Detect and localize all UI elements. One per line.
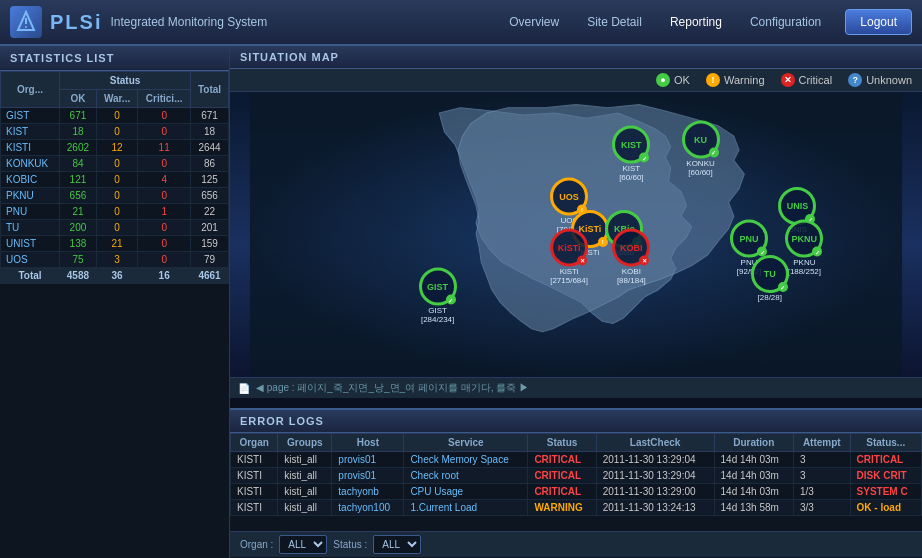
logs-header: ERROR LOGS [230, 410, 922, 433]
statistics-body: GIST 671 0 0 671 KIST 18 0 0 18 KISTI 26… [1, 108, 229, 284]
log-host[interactable]: tachyonb [332, 484, 404, 500]
crit-cell: 0 [138, 236, 191, 252]
table-row[interactable]: TU 200 0 0 201 [1, 220, 229, 236]
org-cell[interactable]: PKNU [1, 188, 60, 204]
table-row[interactable]: KISTI 2602 12 11 2644 [1, 140, 229, 156]
nav-overview[interactable]: Overview [497, 11, 571, 33]
crit-cell: 4 [138, 172, 191, 188]
log-organ: KISTI [231, 452, 278, 468]
col-status-group: Status [60, 72, 191, 90]
warn-cell: 21 [96, 236, 137, 252]
log-status: CRITICAL [528, 484, 596, 500]
warn-cell: 12 [96, 140, 137, 156]
log-lastcheck: 2011-11-30 13:29:04 [596, 468, 714, 484]
map-node-kist[interactable]: KIST ✓ KIST[60/60] [613, 127, 649, 182]
org-cell[interactable]: GIST [1, 108, 60, 124]
org-cell[interactable]: UOS [1, 252, 60, 268]
situation-map: SITUATION MAP ● OK ! Warning ✕ Critical … [230, 46, 922, 408]
log-row: KISTI kisti_all provis01 Check Memory Sp… [231, 452, 922, 468]
organ-label: Organ : [240, 539, 273, 550]
total-ok: 4588 [60, 268, 97, 284]
logout-button[interactable]: Logout [845, 9, 912, 35]
table-row[interactable]: KOBIC 121 0 4 125 [1, 172, 229, 188]
nav-reporting[interactable]: Reporting [658, 11, 734, 33]
warn-cell: 0 [96, 220, 137, 236]
ok-cell: 138 [60, 236, 97, 252]
nav-site-detail[interactable]: Site Detail [575, 11, 654, 33]
table-row[interactable]: KIST 18 0 0 18 [1, 124, 229, 140]
org-cell[interactable]: TU [1, 220, 60, 236]
table-row[interactable]: UOS 75 3 0 79 [1, 252, 229, 268]
total-cell: 125 [191, 172, 229, 188]
org-cell[interactable]: UNIST [1, 236, 60, 252]
log-col-header: Host [332, 434, 404, 452]
org-cell[interactable]: KOBIC [1, 172, 60, 188]
crit-dot: ✕ [781, 73, 795, 87]
log-service[interactable]: Check Memory Space [404, 452, 528, 468]
scroll-text: ◀ page : 페이지_죽_지면_낭_면_여 페이지를 매기다, 를죽 ▶ [256, 381, 529, 395]
legend-warning: ! Warning [706, 73, 765, 87]
logs-table-wrap[interactable]: OrganGroupsHostServiceStatusLastCheckDur… [230, 433, 922, 531]
log-organ: KISTI [231, 468, 278, 484]
status-select[interactable]: ALL [373, 535, 421, 554]
table-row[interactable]: UNIST 138 21 0 159 [1, 236, 229, 252]
log-attempt: 1/3 [794, 484, 851, 500]
statistics-table-wrap[interactable]: Org... Status Total OK War... Critici...… [0, 71, 229, 558]
app-header: PLSi Integrated Monitoring System Overvi… [0, 0, 922, 46]
log-service[interactable]: Check root [404, 468, 528, 484]
ok-cell: 18 [60, 124, 97, 140]
right-panel: SITUATION MAP ● OK ! Warning ✕ Critical … [230, 46, 922, 558]
log-status: CRITICAL [528, 468, 596, 484]
ok-cell: 84 [60, 156, 97, 172]
table-row[interactable]: PKNU 656 0 0 656 [1, 188, 229, 204]
warn-cell: 0 [96, 124, 137, 140]
map-container[interactable]: GIST ✓ GIST[284/234] UOS ! UOS[70/76] KI… [230, 92, 922, 398]
log-service[interactable]: 1.Current Load [404, 500, 528, 516]
map-node-pknu[interactable]: PKNU ✓ PKNU[188/252] [786, 221, 822, 276]
log-service[interactable]: CPU Usage [404, 484, 528, 500]
warn-cell: 3 [96, 252, 137, 268]
map-node-kisti[interactable]: KiSTi ✕ KiSTi[2715/684] [550, 229, 588, 284]
log-lastcheck: 2011-11-30 13:29:00 [596, 484, 714, 500]
crit-cell: 0 [138, 220, 191, 236]
statistics-header: STATISTICS LIST [0, 46, 229, 71]
col-ok: OK [60, 90, 97, 108]
map-node-gist[interactable]: GIST ✓ GIST[284/234] [420, 269, 456, 324]
log-host[interactable]: tachyon100 [332, 500, 404, 516]
total-warn: 36 [96, 268, 137, 284]
table-row[interactable]: KONKUK 84 0 0 86 [1, 156, 229, 172]
status-label: Status : [333, 539, 367, 550]
logo-area: PLSi Integrated Monitoring System [10, 6, 497, 38]
main-content: STATISTICS LIST Org... Status Total OK W… [0, 46, 922, 558]
log-host[interactable]: provis01 [332, 452, 404, 468]
org-cell[interactable]: KIST [1, 124, 60, 140]
logs-footer: Organ : ALL Status : ALL [230, 531, 922, 557]
legend-warn-label: Warning [724, 74, 765, 86]
map-scroll-bar[interactable]: 📄 ◀ page : 페이지_죽_지면_낭_면_여 페이지를 매기다, 를죽 ▶ [230, 377, 922, 398]
map-node-konkuk[interactable]: KU ✓ KONKU[60/60] [683, 121, 719, 176]
log-col-header: Organ [231, 434, 278, 452]
logs-table: OrganGroupsHostServiceStatusLastCheckDur… [230, 433, 922, 516]
org-cell[interactable]: PNU [1, 204, 60, 220]
table-row[interactable]: PNU 21 0 1 22 [1, 204, 229, 220]
map-node-kobi[interactable]: KOBI ✕ KOBI[88/184] [613, 229, 649, 284]
log-statustext: DISK CRIT [850, 468, 921, 484]
organ-select[interactable]: ALL [279, 535, 327, 554]
legend-ok-label: OK [674, 74, 690, 86]
log-attempt: 3 [794, 452, 851, 468]
nav-configuration[interactable]: Configuration [738, 11, 833, 33]
org-cell[interactable]: KISTI [1, 140, 60, 156]
table-row[interactable]: GIST 671 0 0 671 [1, 108, 229, 124]
log-status: CRITICAL [528, 452, 596, 468]
log-lastcheck: 2011-11-30 13:24:13 [596, 500, 714, 516]
ok-cell: 656 [60, 188, 97, 204]
page-icon: 📄 [238, 383, 250, 394]
total-cell: 22 [191, 204, 229, 220]
total-cell: 671 [191, 108, 229, 124]
log-host[interactable]: provis01 [332, 468, 404, 484]
log-status: WARNING [528, 500, 596, 516]
map-node-tu[interactable]: TU ✓ [28/28] [752, 256, 788, 302]
log-col-header: Groups [278, 434, 332, 452]
col-crit: Critici... [138, 90, 191, 108]
org-cell[interactable]: KONKUK [1, 156, 60, 172]
